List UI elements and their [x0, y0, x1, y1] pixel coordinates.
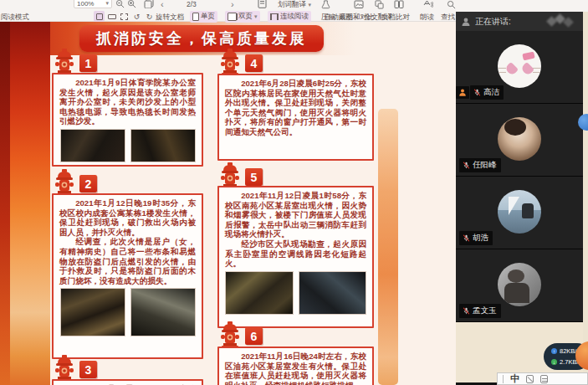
speaking-label: 正在讲话: — [475, 16, 511, 28]
section-number-badge: 1 — [79, 54, 97, 72]
participant-tile[interactable]: 任阳峰 — [456, 104, 583, 177]
continuous-reading-button[interactable]: 连续阅读 — [268, 11, 311, 23]
single-page-icon — [192, 13, 199, 21]
speaking-header: 正在讲话: — [456, 12, 583, 31]
participant-name-chip: 高洁 — [470, 85, 504, 100]
right-edge-strip — [583, 12, 588, 385]
mic-muted-icon — [463, 234, 470, 243]
download-arrow-icon: ↓ — [551, 359, 557, 365]
participant-tile[interactable]: 高洁 — [456, 31, 583, 104]
avatar — [498, 263, 541, 306]
section-number-badge: 5 — [245, 168, 263, 186]
poster-title-banner: 抓消防安全，保高质量发展 — [79, 25, 324, 52]
section-1-text: 2021年1月9日体育学院某办公室发生火情，起火原因是该办公室老师离开办公室时，… — [59, 78, 196, 126]
section-2-text-2: 经调查，此次火情是居户（女，有精神病史）自己将一些布条和易燃物放在防盗门后点燃引… — [59, 237, 196, 285]
ime-pen-icon[interactable] — [526, 375, 534, 383]
double-page-icon — [228, 13, 237, 21]
section-1-header: 1 — [54, 49, 97, 75]
participant-name: 孟文玉 — [473, 305, 497, 316]
rotate-left-icon[interactable]: ↺ — [131, 11, 142, 22]
speaker-person-icon — [461, 17, 471, 27]
participant-name: 任阳峰 — [473, 160, 497, 171]
participant-name-chip: 胡浩 — [459, 231, 493, 245]
participant-tile[interactable]: 胡浩 — [456, 177, 583, 249]
page-right-margin-decoration — [378, 109, 398, 385]
mic-muted-icon — [473, 88, 481, 97]
reading-mode-button[interactable]: 阅读模式 — [1, 13, 29, 23]
document-icon[interactable] — [258, 0, 267, 8]
ime-toolbar[interactable]: 中 — [497, 372, 588, 385]
participant-name: 胡浩 — [473, 233, 488, 244]
page-left-edge — [0, 22, 10, 385]
participant-name: 高洁 — [483, 87, 499, 98]
section-4-text: 2021年6月28日凌晨6时25分，东校区院内某栋居民在家使用天然气灶时意外出现… — [225, 79, 366, 137]
upload-arrow-icon: ↑ — [551, 348, 557, 354]
participant-name-chip: 任阳峰 — [459, 158, 501, 172]
full-translate-button[interactable]: 全文翻译 — [364, 13, 392, 23]
ime-divider — [503, 375, 504, 383]
rotate-right-icon[interactable]: ↻ — [144, 11, 155, 22]
chevron-down-icon: ▾ — [254, 13, 258, 20]
section-number-badge: 6 — [245, 327, 263, 345]
fire-hydrant-icon — [219, 321, 241, 348]
crop-page-icon[interactable] — [119, 11, 130, 22]
fire-scene-photo — [299, 271, 367, 315]
zoom-out-icon[interactable] — [115, 0, 125, 8]
section-number-badge: 4 — [245, 54, 263, 72]
section-2-header: 2 — [54, 169, 97, 196]
fire-scene-photo — [60, 288, 125, 336]
presenter-badge — [456, 86, 469, 99]
fit-page-icon[interactable] — [94, 11, 105, 22]
rotate-doc-button[interactable]: 旋转文档 — [156, 13, 184, 23]
fire-hydrant-icon — [219, 49, 241, 75]
full-translate-icon — [375, 0, 384, 9]
participant-tile[interactable]: 孟文玉 — [456, 249, 583, 322]
section-number-badge: 3 — [79, 361, 97, 378]
section-5-text-2: 经沙市区大队现场勘查，起火原因系主卧室里的空调线路因老化短路起火。 — [225, 239, 366, 269]
section-2-box: 2021年1月12日晚19时35分，东校区校内成套公寓某栋1楼发生火情，保卫处赶… — [52, 193, 203, 359]
zoom-level-select[interactable]: 100% ▾ — [74, 0, 112, 8]
page-thumbnails-icon[interactable] — [144, 0, 154, 8]
fire-hydrant-icon — [54, 355, 75, 382]
single-page-button[interactable]: 单页 — [190, 11, 217, 23]
chevron-down-icon: ▾ — [105, 0, 109, 7]
fire-scene-photo — [130, 288, 196, 336]
ime-language-toggle[interactable]: 中 — [510, 372, 519, 385]
auto-scroll-button[interactable]: 自动滚动 ▾ — [325, 13, 358, 23]
section-3-header: 3 — [54, 355, 97, 382]
fire-hydrant-icon — [54, 169, 75, 196]
section-3-box: 2021年4月15日16时15分，东校区院 — [52, 379, 203, 385]
poster-title: 抓消防安全，保高质量发展 — [96, 28, 307, 49]
section-5-text-1: 2021年11月12日凌晨1时58分，东校区南苑小区某居室出现火情，因火势和烟雾… — [225, 191, 366, 239]
mic-muted-icon — [463, 161, 470, 170]
presenter-icon — [458, 88, 467, 97]
word-translate-button[interactable]: 划词翻译 ▾ — [278, 0, 311, 10]
section-number-badge: 2 — [79, 175, 97, 192]
participant-name-chip: 孟文玉 — [459, 304, 501, 318]
page-indicator[interactable]: 2/3 — [187, 0, 197, 8]
section-1-box: 2021年1月9日体育学院某办公室发生火情，起火原因是该办公室老师离开办公室时，… — [52, 73, 203, 167]
fire-scene-photo — [225, 271, 294, 315]
next-page-button[interactable]: › — [231, 0, 234, 9]
ime-keyboard-icon[interactable] — [540, 375, 548, 383]
watermark-logo — [545, 15, 578, 28]
page-left-margin-decoration — [10, 22, 50, 385]
continuous-reading-icon — [270, 13, 279, 20]
fire-scene-photo — [130, 129, 196, 162]
section-6-text: 2021年11月16日晚24时左右，东校区油苑小区某居室发生有火情。保卫处在班值… — [225, 352, 366, 385]
zoom-in-icon[interactable] — [127, 0, 136, 8]
double-page-button[interactable]: 双页 ▾ — [225, 11, 260, 23]
avatar — [498, 44, 541, 88]
meeting-sidebar: 正在讲话: 高洁 — [456, 12, 583, 385]
pdf-page: 抓消防安全，保高质量发展 1 2021年1月9日体育学院某办公室发生火情，起火原… — [0, 22, 456, 385]
layout-icon-group: ↺ ↻ — [94, 11, 155, 22]
avatar — [498, 190, 541, 234]
section-5-box: 2021年11月12日凌晨1时58分，东校区南苑小区某居室出现火情，因火势和烟雾… — [217, 186, 374, 328]
fit-width-icon[interactable] — [106, 11, 117, 22]
prev-page-button[interactable]: ‹ — [161, 0, 164, 9]
fire-hydrant-icon — [54, 49, 75, 75]
section-6-header: 6 — [219, 321, 263, 348]
chevron-down-icon: ▾ — [308, 2, 311, 8]
chevron-down-icon: ▾ — [355, 14, 358, 20]
section-4-box: 2021年6月28日凌晨6时25分，东校区院内某栋居民在家使用天然气灶时意外出现… — [217, 74, 374, 161]
